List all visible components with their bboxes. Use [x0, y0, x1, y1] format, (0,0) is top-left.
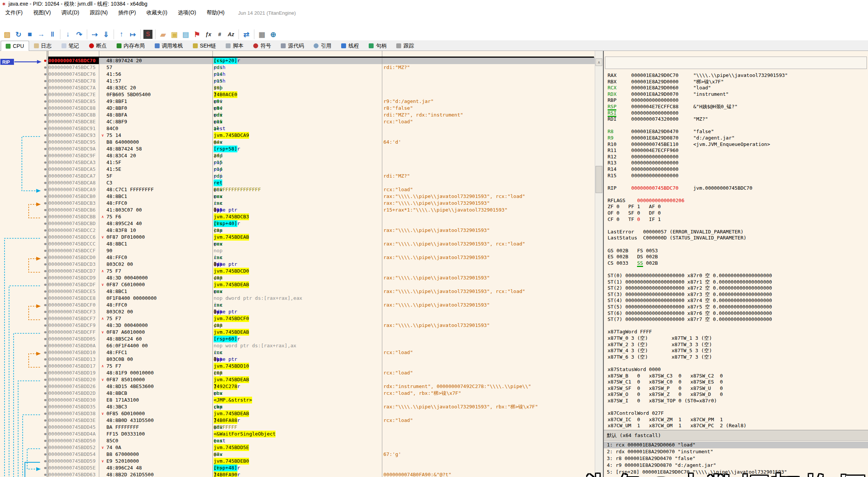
register-line[interactable]: ZF 0 PF 1 AF 0	[608, 204, 867, 210]
menu-item-file[interactable]: 文件(F)	[0, 9, 28, 17]
run-to-icon[interactable]: ⇢	[90, 29, 100, 39]
disasm-row[interactable]: ●00000000745BDCF048:FFC0inc raxrax:"\\\\…	[0, 302, 595, 308]
disasm-row[interactable]: ●00000000745BDC93∨75 14jne jvm.745BDCA9	[0, 132, 595, 139]
register-line[interactable]: x87CW_IC 0 x87CW_ZM 1 x87CW_PM 1	[608, 417, 867, 423]
disasm-row[interactable]: ●00000000745BDC8549:8BF1mov rsi,r9r9:"d:…	[0, 98, 595, 105]
open-folder-icon[interactable]: ▨	[2, 29, 12, 39]
disasm-row[interactable]: ●00000000745BDD2648:8D15 4BE53600lea rdx…	[0, 383, 595, 390]
disasm-row[interactable]: ●00000000745BDC8E4C:8BF9mov r15,rcxrcx:"…	[0, 118, 595, 125]
restart-icon[interactable]: ↻	[14, 29, 23, 39]
disasm-row[interactable]: ●00000000745BDCE80F1F8400 00000000nop dw…	[0, 295, 595, 302]
calling-convention-select[interactable]: 默认 (x64 fastcall)	[604, 430, 868, 441]
register-line[interactable]: RSI 0000000000000000	[608, 110, 867, 117]
argument-row[interactable]: 2: rdx 000001E8A29D0070 "instrument"	[604, 448, 868, 455]
disasm-row[interactable]: ●00000000745BDD6348:8B2D 261D5500mov rbp…	[0, 471, 595, 477]
register-line[interactable]: R12 0000000000000000	[608, 154, 867, 160]
disasm-row[interactable]: ●00000000745BDD17∧75 F7jne jvm.745BDD10	[0, 363, 595, 370]
register-line[interactable]: ST(0) 00000000000000000000 x87r0 空 0.000…	[608, 273, 867, 279]
script-icon[interactable]: S	[143, 30, 152, 39]
register-line[interactable]	[608, 179, 867, 185]
disasm-row[interactable]: ●00000000745BDCF7∧75 F7jne jvm.745BDCF0	[0, 315, 595, 322]
disasm-row[interactable]: ●00000000745BDCF948:3D 00040000cmp rax,4…	[0, 322, 595, 329]
disasm-row[interactable]: ●00000000745BDD30E8 171A3100call <JMP.&s…	[0, 397, 595, 403]
run-icon[interactable]: →	[36, 29, 46, 39]
register-line[interactable]: ST(7) 00000000000000000000 x87r7 空 0.000…	[608, 316, 867, 323]
disasm-row[interactable]: ●00000000745BDCB348:FFC0inc raxrax:"\\\\…	[0, 200, 595, 207]
register-line[interactable]	[608, 266, 867, 273]
register-line[interactable]: ST(6) 00000000000000000000 x87r6 空 0.000…	[608, 310, 867, 317]
step-into-icon[interactable]: ↓	[63, 29, 73, 39]
register-line[interactable]	[608, 404, 867, 410]
tab-script[interactable]: 脚本	[221, 41, 248, 51]
disasm-row[interactable]: ●00000000745BDD3548:3BC3cmp rax,rbxrax:"…	[0, 403, 595, 410]
disasm-row[interactable]: ●00000000745BDCD3803C02 00cmp byte ptr d…	[0, 261, 595, 268]
disasm-row[interactable]: ●00000000745BDCBD48:895C24 40mov qword p…	[0, 220, 595, 227]
disasm-row[interactable]: ●00000000745BDCBB∧75 F6jne jvm.745BDCB3	[0, 213, 595, 220]
disassembly-scrollbar[interactable]: ∧	[595, 51, 603, 477]
tab-trace-tab[interactable]: 跟踪	[391, 41, 419, 51]
menu-item-plugins[interactable]: 插件(P)	[113, 9, 141, 17]
disasm-row[interactable]: ●00000000745BDD0548:8B5C24 60mov rbx,qwo…	[0, 336, 595, 342]
disasm-row[interactable]: ●00000000745BDCF3803C02 00cmp byte ptr d…	[0, 308, 595, 315]
disasm-row[interactable]: ●00000000745BDCA341:5Fpop r15	[0, 159, 595, 166]
disasm-row[interactable]: ●00000000745BDCA541:5Epop r14	[0, 166, 595, 173]
register-line[interactable]: GS 002B FS 0053	[608, 248, 867, 254]
run-to-user-code-icon[interactable]: ↦	[128, 29, 138, 39]
disasm-row[interactable]: ●00000000745BDC9F48:83C4 20add rsp,20	[0, 152, 595, 159]
disasm-row[interactable]: ●00000000745BDD54B8 67000000mov eax,6767…	[0, 451, 595, 458]
disasm-row[interactable]: ●00000000745BDC7A48:83EC 20sub rsp,20	[0, 84, 595, 91]
register-line[interactable]: LastStatus C000000D (STATUS_INVALID_PARA…	[608, 235, 867, 241]
register-line[interactable]	[608, 191, 867, 198]
tab-memory-map[interactable]: 内存布局	[112, 41, 150, 51]
scroll-up-icon[interactable]: ∧	[596, 58, 602, 66]
disasm-row[interactable]: ●00000000745BDCA75Fpop rdirdi:"MZ?"	[0, 173, 595, 179]
disasm-row[interactable]: ●00000000745BDD38∨0F85 6D010000jne jvm.7…	[0, 410, 595, 417]
tab-symbols[interactable]: 符号	[248, 41, 276, 51]
register-line[interactable]: ST(2) 00000000000000000000 x87r2 空 0.000…	[608, 285, 867, 291]
disasm-row[interactable]: ●00000000745BDC95B8 64000000mov eax,6464…	[0, 139, 595, 146]
register-line[interactable]: x87SW_O 0 x87SW_Z 0 x87SW_D 0	[608, 391, 867, 398]
register-line[interactable]: R13 0000000000000000	[608, 160, 867, 166]
disasm-row[interactable]: ●00000000745BDCD048:FFC0inc raxrax:"\\\\…	[0, 254, 595, 261]
tab-source[interactable]: 源代码	[276, 41, 309, 51]
registers-pane[interactable]: RAX 000001E8A29D0C70 "\\\\.\\pipe\\javat…	[603, 51, 868, 477]
execute-till-return-icon[interactable]: ↑	[117, 29, 126, 39]
register-line[interactable]: RFLAGS 0000000000000206	[608, 198, 867, 204]
step-over-icon[interactable]: ↷	[74, 29, 84, 39]
register-line[interactable]: x87SW_C1 0 x87SW_C0 0 x87SW_ES 0	[608, 379, 867, 385]
disasm-row[interactable]: ●00000000745BDCFF∨0F87 A6010000ja jvm.74…	[0, 329, 595, 336]
disasm-row[interactable]: ●00000000745BDCCF90nop	[0, 247, 595, 254]
disasm-row[interactable]: ●00000000745BDD13803C0B 00cmp byte ptr d…	[0, 356, 595, 363]
disasm-row[interactable]: ●00000000745BDCC6∨0F87 DF010000ja jvm.74…	[0, 234, 595, 241]
disasm-row[interactable]: ●00000000745BDC9184C0test al,al	[0, 125, 595, 132]
argument-row[interactable]: 3: r8 000001E8A29D0470 "false"	[604, 455, 868, 462]
register-line[interactable]: CF 0 TF 0 IF 1	[608, 216, 867, 223]
disasm-row[interactable]: ●00000000745BDD1048:FFC1inc rcxrcx:"load…	[0, 349, 595, 356]
disasm-row[interactable]: ●00000000745BDC7557push rdirdi:"MZ?"	[0, 64, 595, 71]
stop-icon[interactable]: ■	[25, 29, 35, 39]
register-line[interactable]: x87CW_UM 1 x87CW_OM 1 x87CW_PC 2 (Real8)	[608, 423, 867, 429]
disasm-row[interactable]: ●00000000745BDCB641:803C07 00cmp byte pt…	[0, 207, 595, 213]
hash-icon[interactable]: #	[215, 29, 225, 39]
disasm-row[interactable]: ●00000000745BDC9A48:8B7424 58mov rsi,qwo…	[0, 146, 595, 152]
disasm-row[interactable]: ●00000000745BDCA8C3ret	[0, 179, 595, 186]
disasm-row[interactable]: ●00000000745BDCCC48:8BC1mov rax,rcxrax:"…	[0, 241, 595, 247]
disasm-row[interactable]: ●00000000745BDCDF∨0F87 C6010000ja jvm.74…	[0, 281, 595, 288]
disasm-row[interactable]: ●00000000745BDD20∨0F87 85010000ja jvm.74…	[0, 376, 595, 383]
register-line[interactable]: x87TW_4 3 (空) x87TW_5 3 (空)	[608, 348, 867, 354]
disasm-row[interactable]: ●00000000745BDD52∨74 0Aje jvm.745BDD5E	[0, 444, 595, 451]
scrollbar-thumb[interactable]	[596, 166, 602, 193]
disasm-row[interactable]: ●00000000745BDD0A66:0F1F4400 00nop word …	[0, 342, 595, 349]
menu-item-options[interactable]: 选项(O)	[172, 9, 201, 17]
step-out-icon[interactable]: ⇓	[101, 29, 111, 39]
disasm-row[interactable]: ●00000000745BDC7048:897424 20mov qword p…	[0, 57, 595, 64]
tab-log[interactable]: 日志	[29, 41, 57, 51]
register-line[interactable]: LastError 00000057 (ERROR_INVALID_PARAME…	[608, 229, 867, 235]
comments-icon[interactable]: ▣	[169, 29, 179, 39]
menu-item-debug[interactable]: 调试(D)	[56, 9, 85, 17]
register-line[interactable]: ST(4) 00000000000000000000 x87r4 空 0.000…	[608, 298, 867, 304]
tab-notes[interactable]: 笔记	[57, 41, 84, 51]
disasm-row[interactable]: ●00000000745BDCC248:83F8 10cmp rax,10rax…	[0, 227, 595, 234]
register-line[interactable]: R8 000001E8A29D0470 "false"	[608, 129, 867, 135]
register-line[interactable]: x87StatusWord 0000	[608, 367, 867, 373]
